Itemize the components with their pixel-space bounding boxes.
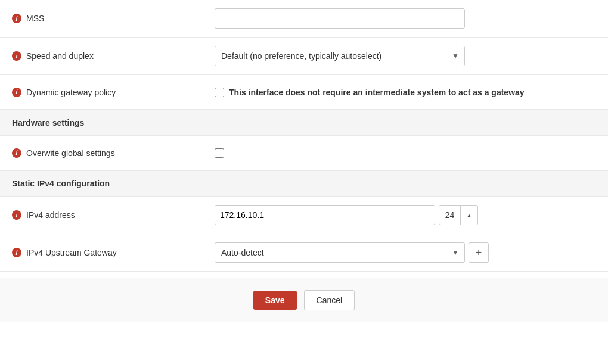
speed-duplex-select[interactable]: Default (no preference, typically autose… bbox=[215, 46, 465, 66]
mss-row: i MSS bbox=[0, 0, 608, 38]
static-ipv4-header: Static IPv4 configuration bbox=[0, 170, 608, 197]
speed-duplex-row: i Speed and duplex Default (no preferenc… bbox=[0, 38, 608, 75]
overwrite-global-control bbox=[215, 148, 596, 158]
speed-duplex-label-col: i Speed and duplex bbox=[12, 51, 215, 61]
ipv4-address-label: IPv4 address bbox=[26, 210, 75, 220]
dynamic-gateway-checkbox-label: This interface does not require an inter… bbox=[229, 88, 525, 97]
hardware-settings-title: Hardware settings bbox=[12, 118, 84, 127]
speed-duplex-select-wrapper: Default (no preference, typically autose… bbox=[215, 46, 465, 66]
ipv4-gateway-label-col: i IPv4 Upstream Gateway bbox=[12, 248, 215, 257]
gateway-group: Auto-detect None ▼ + bbox=[215, 242, 489, 263]
overwrite-global-label-col: i Overwite global settings bbox=[12, 148, 215, 158]
static-ipv4-title: Static IPv4 configuration bbox=[12, 179, 110, 188]
ipv4-address-input[interactable] bbox=[215, 205, 435, 225]
mss-info-icon[interactable]: i bbox=[12, 14, 21, 23]
settings-form: i MSS i Speed and duplex Default (no pre… bbox=[0, 0, 608, 322]
overwrite-global-info-icon[interactable]: i bbox=[12, 148, 21, 158]
add-gateway-button[interactable]: + bbox=[469, 242, 489, 263]
dynamic-gateway-label-col: i Dynamic gateway policy bbox=[12, 88, 215, 97]
ipv4-address-row: i IPv4 address 24 ▲ bbox=[0, 197, 608, 234]
ipv4-input-group: 24 ▲ bbox=[215, 205, 478, 225]
mss-label-col: i MSS bbox=[12, 14, 215, 23]
prefix-up-button[interactable]: ▲ bbox=[461, 205, 477, 225]
overwrite-global-label: Overwite global settings bbox=[26, 148, 115, 158]
ipv4-address-info-icon[interactable]: i bbox=[12, 210, 21, 220]
dynamic-gateway-label: Dynamic gateway policy bbox=[26, 88, 116, 97]
dynamic-gateway-info-icon[interactable]: i bbox=[12, 88, 21, 97]
overwrite-global-row: i Overwite global settings bbox=[0, 136, 608, 170]
ipv4-address-label-col: i IPv4 address bbox=[12, 210, 215, 220]
dynamic-gateway-control: This interface does not require an inter… bbox=[215, 88, 596, 97]
save-button[interactable]: Save bbox=[253, 291, 297, 310]
ipv4-gateway-row: i IPv4 Upstream Gateway Auto-detect None… bbox=[0, 234, 608, 272]
ipv4-address-control: 24 ▲ bbox=[215, 205, 596, 225]
mss-input[interactable] bbox=[215, 8, 465, 29]
speed-duplex-control: Default (no preference, typically autose… bbox=[215, 46, 596, 66]
hardware-settings-header: Hardware settings bbox=[0, 110, 608, 136]
cancel-button[interactable]: Cancel bbox=[304, 290, 355, 310]
mss-control bbox=[215, 8, 596, 29]
dynamic-gateway-row: i Dynamic gateway policy This interface … bbox=[0, 75, 608, 110]
footer-row: Save Cancel bbox=[0, 278, 608, 322]
overwrite-global-checkbox[interactable] bbox=[215, 148, 224, 158]
dynamic-gateway-checkbox[interactable] bbox=[215, 88, 224, 97]
mss-label: MSS bbox=[26, 14, 44, 23]
ipv4-gateway-label: IPv4 Upstream Gateway bbox=[26, 248, 117, 257]
prefix-value: 24 bbox=[439, 206, 461, 225]
dynamic-gateway-checkbox-row: This interface does not require an inter… bbox=[215, 88, 525, 97]
speed-duplex-label: Speed and duplex bbox=[26, 51, 94, 61]
speed-duplex-info-icon[interactable]: i bbox=[12, 51, 21, 61]
ipv4-gateway-control: Auto-detect None ▼ + bbox=[215, 242, 596, 263]
prefix-stepper: 24 ▲ bbox=[439, 205, 478, 225]
ipv4-gateway-select-wrapper: Auto-detect None ▼ bbox=[215, 242, 465, 263]
ipv4-gateway-select[interactable]: Auto-detect None bbox=[215, 242, 465, 263]
ipv4-gateway-info-icon[interactable]: i bbox=[12, 248, 21, 257]
